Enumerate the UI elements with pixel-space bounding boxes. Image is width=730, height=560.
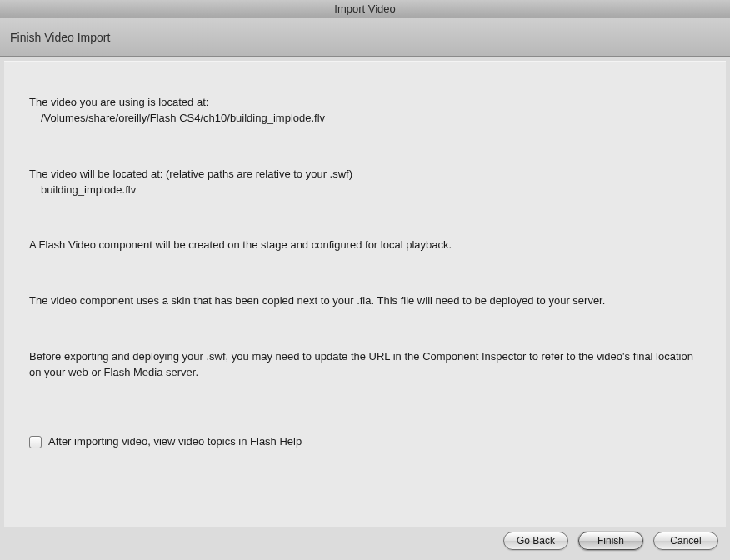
source-location-label: The video you are using is located at:	[29, 95, 701, 111]
help-checkbox[interactable]	[29, 436, 42, 448]
component-info-section: A Flash Video component will be created …	[29, 238, 701, 253]
help-checkbox-label: After importing video, view video topics…	[48, 434, 302, 450]
go-back-button[interactable]: Go Back	[503, 532, 568, 550]
content-spacer	[29, 450, 701, 512]
finish-button[interactable]: Finish	[578, 532, 643, 550]
window-titlebar: Import Video	[0, 0, 730, 18]
wizard-content: The video you are using is located at: /…	[4, 61, 726, 527]
source-location-section: The video you are using is located at: /…	[29, 95, 701, 127]
export-info-text: Before exporting and deploying your .swf…	[29, 349, 701, 381]
help-checkbox-row: After importing video, view video topics…	[29, 434, 701, 450]
export-info-section: Before exporting and deploying your .swf…	[29, 349, 701, 381]
window-title: Import Video	[334, 2, 395, 15]
target-location-section: The video will be located at: (relative …	[29, 167, 701, 198]
target-location-path: building_implode.flv	[29, 182, 701, 198]
wizard-footer: Go Back Finish Cancel	[0, 527, 730, 560]
skin-info-section: The video component uses a skin that has…	[29, 293, 701, 309]
import-video-window: Import Video Finish Video Import The vid…	[0, 0, 730, 560]
wizard-step-header: Finish Video Import	[0, 18, 730, 57]
cancel-button[interactable]: Cancel	[653, 532, 718, 550]
wizard-step-title: Finish Video Import	[10, 31, 110, 44]
source-location-path: /Volumes/share/oreilly/Flash CS4/ch10/bu…	[29, 111, 701, 127]
target-location-label: The video will be located at: (relative …	[29, 167, 701, 182]
component-info-text: A Flash Video component will be created …	[29, 238, 701, 253]
skin-info-text: The video component uses a skin that has…	[29, 293, 701, 309]
